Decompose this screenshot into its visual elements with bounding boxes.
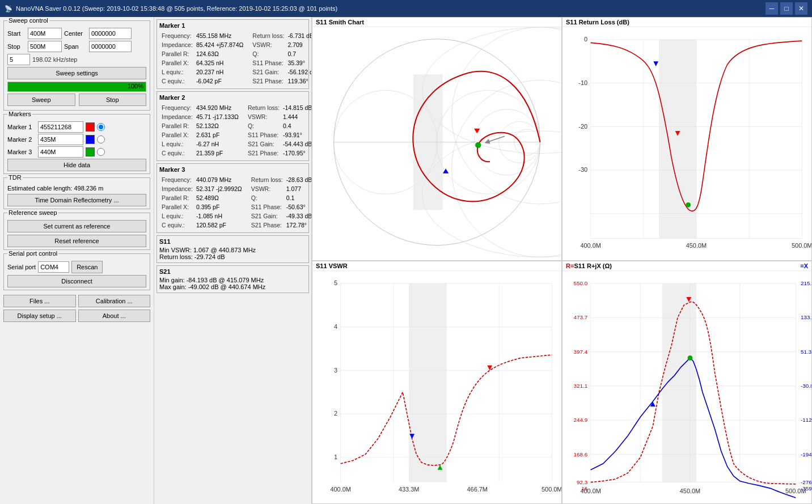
m3-s11ph-val: -50.63° [285,203,312,211]
minimize-button[interactable]: ─ [766,2,778,15]
m1-q-key: Q: [251,50,285,58]
span-input[interactable] [89,41,132,52]
svg-text:92.3: 92.3 [577,478,588,485]
marker2-radio[interactable] [97,135,105,143]
progress-bar-container: 100% [7,82,146,92]
data-panel: Marker 1 Frequency:455.158 MHz Impedance… [154,17,312,504]
svg-text:500.0M: 500.0M [542,486,561,493]
svg-text:433.3M: 433.3M [399,486,419,493]
display-setup-button[interactable]: Display setup ... [3,310,76,322]
title-bar-text: NanoVNA Saver 0.0.12 (Sweep: 2019-10-02 … [16,5,766,12]
set-current-reference-button[interactable]: Set current as reference [7,220,146,232]
bottom-buttons: Files ... Calibration ... Display setup … [3,295,150,322]
svg-text:-30: -30 [578,166,587,173]
s21-max-gain: Max gain: -49.002 dB @ 440.674 MHz [159,283,306,290]
s11-min-vswr: Min VSWR: 1.067 @ 440.873 MHz [159,247,306,253]
cable-length-text: Estimated cable length: 498.236 m [7,185,146,192]
m1-q-val: 0.7 [286,50,312,58]
disconnect-button[interactable]: Disconnect [7,275,146,287]
marker1-color [86,122,95,132]
m2-q-val: 0.4 [282,122,312,130]
sweep-settings-button[interactable]: Sweep settings [7,67,146,79]
m1-vswr-val: 2.709 [286,41,312,49]
tdr-button[interactable]: Time Domain Reflectometry ... [7,194,146,206]
m3-s21ph-val: 172.78° [285,221,312,229]
s11-return-loss: Return loss: -29.724 dB [159,253,306,260]
m3-ceq-val: 120.582 pF [195,221,243,229]
m3-q-val: 0.1 [285,194,312,202]
svg-text:400.0M: 400.0M [330,486,350,493]
m3-pr-val: 52.489Ω [195,194,243,202]
calibration-button[interactable]: Calibration ... [78,295,151,307]
m3-imp-val: 52.317 -j2.9992Ω [195,185,243,193]
m1-imp-label: Impedance: [160,41,194,49]
step-text: 198.02 kHz/step [32,56,78,63]
m2-freq-val: 434.920 MHz [195,104,240,112]
m1-pr-label: Parallel R: [160,50,194,58]
marker3-radio[interactable] [97,148,105,156]
svg-text:51.3: 51.3 [801,348,811,354]
svg-point-15 [475,142,481,148]
markers-group: Markers Marker 1 Marker 2 Marker 3 [3,114,150,174]
s11-title: S11 [159,238,306,245]
about-button[interactable]: About ... [78,310,151,322]
progress-text: 100% [128,83,143,90]
marker1-input[interactable] [38,121,83,133]
reference-sweep-title: Reference sweep [7,209,58,216]
m1-pr-val: 124.63Ω [195,50,244,58]
m3-px-val: 0.395 pF [195,203,243,211]
m1-rl-key: Return loss: [251,32,285,40]
r-label: R= [566,262,574,269]
stop-input[interactable] [28,41,62,52]
smith-chart-container: S11 Smith Chart [312,17,562,261]
marker1-radio[interactable] [97,123,105,131]
stop-label: Stop [7,43,26,50]
m1-freq-label: Frequency: [160,32,194,40]
m1-rl-val: -6.731 dB [286,32,312,40]
svg-text:168.6: 168.6 [573,451,587,457]
m1-s21g-val: -56.192 dB [286,68,312,76]
marker1-data-section: Marker 1 Frequency:455.158 MHz Impedance… [157,19,309,89]
m2-imp-val: 45.71 -j17.133Ω [195,113,240,121]
vswr-svg: 5 4 3 2 1 400.0M 433.3M 466.7M 500.0M [312,271,561,501]
rjx-svg: 550.0 473.7 397.4 321.1 244.9 168.6 92.3… [563,271,811,501]
segments-input[interactable] [7,54,30,65]
maximize-button[interactable]: □ [780,2,793,15]
reset-reference-button[interactable]: Reset reference [7,235,146,247]
svg-text:2: 2 [334,410,337,417]
marker2-data-section: Marker 2 Frequency:434.920 MHz Impedance… [157,91,309,161]
serial-port-title: Serial port control [7,250,58,257]
s21-min-gain: Min gain: -84.193 dB @ 415.079 MHz [159,277,306,283]
m3-s21g-val: -49.33 dB [285,212,312,220]
vswr-chart: 5 4 3 2 1 400.0M 433.3M 466.7M 500.0M [312,271,561,501]
m2-vswr-val: 1.444 [282,113,312,121]
marker2-input[interactable] [38,134,83,145]
m1-ceq-val: -6.042 pF [195,77,244,85]
files-button[interactable]: Files ... [3,295,76,307]
sweep-button[interactable]: Sweep [7,94,75,106]
rescan-button[interactable]: Rescan [71,261,103,273]
m2-leq-val: -6.27 nH [195,140,240,148]
x-label: =X [800,262,808,269]
marker2-data-title: Marker 2 [159,94,306,101]
svg-text:321.1: 321.1 [573,383,587,389]
vswr-container: S11 VSWR [312,261,562,505]
m1-vswr-key: VSWR: [251,41,285,49]
return-loss-container: S11 Return Loss (dB) [562,17,812,261]
reference-sweep-group: Reference sweep Set current as reference… [3,213,150,250]
tdr-group: TDR Estimated cable length: 498.236 m Ti… [3,177,150,209]
stop-button[interactable]: Stop [79,94,147,106]
start-input[interactable] [28,28,62,39]
svg-point-39 [686,202,691,207]
port-input[interactable] [38,261,69,273]
svg-text:466.7M: 466.7M [467,486,487,493]
marker3-input[interactable] [38,146,83,158]
app-icon: 📡 [5,5,12,12]
close-button[interactable]: ✕ [795,2,807,15]
hide-data-button[interactable]: Hide data [7,159,146,171]
svg-text:400.0M: 400.0M [580,488,600,494]
center-input[interactable] [89,28,132,39]
svg-text:3: 3 [334,366,337,373]
span-label: Span [64,43,87,50]
svg-text:-276: -276 [801,478,811,485]
